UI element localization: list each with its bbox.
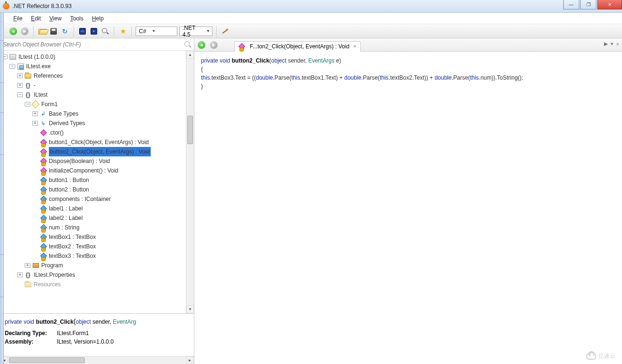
tree-dash-ns[interactable]: +{}- [2,81,194,90]
menu-tools[interactable]: Tools [66,14,87,23]
tree-derivedtypes[interactable]: +↳Derived Types [2,118,194,128]
close-button[interactable]: ✕ [597,0,622,9]
tree-button2[interactable]: button2 : Button [2,185,194,194]
title-bar[interactable]: .NET Reflector 8.3.0.93 — ❐ ✕ [0,0,622,13]
tree-btn2click[interactable]: button2_Click(Object, EventArgs) : Void [2,147,194,156]
hscroll-thumb[interactable] [9,357,85,363]
favorite-button[interactable]: ★ [118,27,128,36]
language-dropdown[interactable]: C#▼ [136,27,177,36]
language-value: C# [139,28,146,35]
tree-scrollbar[interactable]: ▲ ▼ [186,51,194,313]
scroll-right-icon[interactable]: ► [186,356,194,364]
tree-tb3[interactable]: textBox3 : TextBox [2,251,194,261]
code-view[interactable]: private void button2_Click(object sender… [194,52,622,364]
menu-help[interactable]: Help [88,14,108,23]
tree-button1[interactable]: button1 : Button [2,175,194,185]
tree-form1[interactable]: −Form1 [2,100,194,109]
watermark: 亿速云 [586,352,615,360]
signature-text: private void button2_Click(object sender… [5,318,189,325]
tab-bar: ◄ ► F...ton2_Click(Object, EventArgs) : … [194,38,622,52]
maximize-button[interactable]: ❐ [580,0,596,9]
tree-namespace[interactable]: −{}ILtest [2,90,194,100]
details-panel: private void button2_Click(object sender… [0,313,194,356]
code-forward-button[interactable]: ► [210,40,219,50]
tree-initcomp[interactable]: InitializeComponent() : Void [2,166,194,175]
search-icon [184,41,191,48]
tree-dispose[interactable]: Dispose(Boolean) : Void [2,156,194,166]
search-input[interactable] [3,41,184,48]
cloud-icon [586,353,596,360]
assembly-value: ILtest, Version=1.0.0.0 [57,338,114,345]
code-back-button[interactable]: ◄ [197,40,207,50]
tree-assembly[interactable]: −ILtest (1.0.0.0) [2,52,194,62]
tree-resources[interactable]: Resources [2,280,194,289]
tree-tb2[interactable]: textBox2 : TextBox [2,242,194,251]
menu-edit[interactable]: Edit [27,14,45,23]
tree-view[interactable]: −ILtest (1.0.0.0) −ILtest.exe +Reference… [0,51,194,313]
menu-file[interactable]: File [9,14,26,23]
window-title: .NET Reflector 8.3.0.93 [12,3,72,9]
back-button[interactable]: ◄ [9,27,18,36]
scroll-up-icon[interactable]: ▲ [186,51,194,59]
assembly-browser-button[interactable]: as [78,27,87,36]
declaring-type-label: Declaring Type: [5,330,52,337]
tree-tb1[interactable]: textBox1 : TextBox [2,232,194,242]
tree-references[interactable]: +References [2,71,194,81]
tab-close-icon[interactable]: × [352,43,357,50]
tab-close-all-icon[interactable]: × [616,41,619,47]
forward-button[interactable]: ► [20,27,29,36]
tree-label1[interactable]: label1 : Label [2,204,194,213]
save-button[interactable] [49,27,58,36]
scroll-thumb[interactable] [187,116,193,144]
window-left-edge [0,13,4,364]
object-browser-panel: −ILtest (1.0.0.0) −ILtest.exe +Reference… [0,38,194,364]
tree-program[interactable]: +Program [2,261,194,270]
tree-module[interactable]: −ILtest.exe [2,62,194,71]
refresh-button[interactable]: ↻ [60,27,70,36]
document-tab[interactable]: F...ton2_Click(Object, EventArgs) : Void… [234,41,361,52]
framework-value: .NET 4.5 [183,25,201,38]
search-box[interactable] [0,38,194,51]
tree-btn1click[interactable]: button1_Click(Object, EventArgs) : Void [2,137,194,147]
tab-title: F...ton2_Click(Object, EventArgs) : Void [250,43,349,50]
tab-dropdown-icon[interactable]: ▾ [611,41,613,47]
search-button[interactable] [101,27,110,36]
tab-overflow-icon[interactable]: ▶ [604,41,608,47]
scroll-down-icon[interactable]: ▼ [186,305,194,313]
analyzer-button[interactable] [220,27,230,36]
app-icon [3,3,9,9]
tree-components[interactable]: components : IContainer [2,194,194,204]
tree-ctor[interactable]: .ctor() [2,128,194,137]
declaring-type-value: ILtest.Form1 [57,330,89,337]
tree-props[interactable]: +{}ILtest.Properties [2,270,194,280]
tree-label2[interactable]: label2 : Label [2,213,194,223]
code-panel: ◄ ► F...ton2_Click(Object, EventArgs) : … [194,38,622,364]
minimize-button[interactable]: — [563,0,579,9]
horizontal-scrollbar[interactable]: ◄ ► [0,356,194,364]
menu-bar: File Edit View Tools Help [0,13,622,24]
method-icon [238,43,245,50]
toolbar: ◄ ► ↻ as ● ★ C#▼ .NET 4.5▼ [0,24,622,38]
bookmark-button[interactable]: ● [89,27,99,36]
open-button[interactable] [37,27,47,36]
framework-dropdown[interactable]: .NET 4.5▼ [179,27,212,36]
menu-view[interactable]: View [46,14,65,23]
tree-num[interactable]: num : String [2,223,194,232]
tree-basetypes[interactable]: +↲Base Types [2,109,194,118]
assembly-label: Assembly: [5,338,52,345]
